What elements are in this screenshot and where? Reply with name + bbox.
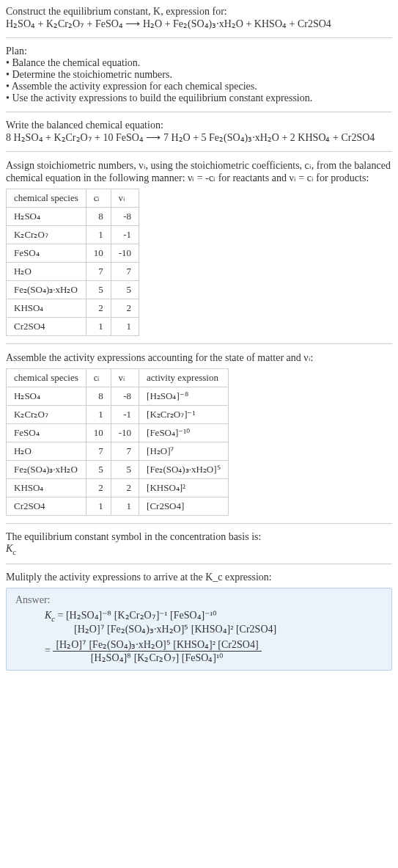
multiply: Mulitply the activity expressions to arr… (6, 572, 392, 671)
answer-expression: Kc = [H₂SO₄]⁻⁸ [K₂Cr₂O₇]⁻¹ [FeSO₄]⁻¹⁰ [H… (15, 609, 383, 664)
table-header-row: chemical species cᵢ νᵢ (7, 189, 139, 208)
table-row: Cr2SO411 (7, 318, 139, 336)
stoich-table: chemical species cᵢ νᵢ H₂SO₄8-8 K₂Cr₂O₇1… (6, 189, 139, 336)
stoich: Assign stoichiometric numbers, νᵢ, using… (6, 159, 392, 336)
stoich-heading: Assign stoichiometric numbers, νᵢ, using… (6, 159, 392, 184)
intro-equation: H₂SO₄ + K₂Cr₂O₇ + FeSO₄ ⟶ H₂O + Fe₂(SO₄)… (6, 18, 392, 30)
col-c: cᵢ (86, 369, 111, 387)
multiply-heading: Mulitply the activity expressions to arr… (6, 572, 392, 583)
table-row: Fe₂(SO₄)₃·xH₂O55[Fe₂(SO₄)₃·xH₂O]⁵ (7, 461, 229, 479)
plan-item: • Assemble the activity expression for e… (6, 81, 392, 92)
table-row: H₂SO₄8-8 (7, 208, 139, 226)
balanced: Write the balanced chemical equation: 8 … (6, 120, 392, 144)
kc-symbol-text: Kc (6, 543, 16, 554)
divider (6, 37, 392, 38)
divider (6, 151, 392, 152)
answer-box: Answer: Kc = [H₂SO₄]⁻⁸ [K₂Cr₂O₇]⁻¹ [FeSO… (6, 588, 392, 671)
divider (6, 112, 392, 112)
fraction: [H₂O]⁷ [Fe₂(SO₄)₃·xH₂O]⁵ [KHSO₄]² [Cr2SO… (53, 638, 261, 664)
table-row: KHSO₄22 (7, 299, 139, 318)
col-species: chemical species (7, 369, 86, 387)
balanced-heading: Write the balanced chemical equation: (6, 120, 392, 131)
table-row: K₂Cr₂O₇1-1 (7, 226, 139, 244)
activity-heading: Assemble the activity expressions accoun… (6, 351, 392, 364)
table-row: KHSO₄22[KHSO₄]² (7, 479, 229, 497)
plan-item: • Use the activity expressions to build … (6, 92, 392, 104)
table-row: Fe₂(SO₄)₃·xH₂O55 (7, 281, 139, 299)
table-row: FeSO₄10-10 (7, 244, 139, 263)
divider (6, 343, 392, 344)
activity-table: chemical species cᵢ νᵢ activity expressi… (6, 368, 229, 516)
answer-label: Answer: (15, 594, 383, 606)
col-v: νᵢ (111, 369, 139, 387)
table-row: Cr2SO411[Cr2SO4] (7, 497, 229, 516)
col-v: νᵢ (111, 189, 139, 208)
table-header-row: chemical species cᵢ νᵢ activity expressi… (7, 369, 229, 387)
table-row: H₂SO₄8-8[H₂SO₄]⁻⁸ (7, 387, 229, 406)
plan: Plan: • Balance the chemical equation. •… (6, 45, 392, 104)
plan-item: • Determine the stoichiometric numbers. (6, 69, 392, 81)
kc-symbol: The equilibrium constant symbol in the c… (6, 531, 392, 556)
plan-item: • Balance the chemical equation. (6, 57, 392, 69)
col-c: cᵢ (86, 189, 111, 208)
intro: Construct the equilibrium constant, K, e… (6, 6, 392, 30)
divider (6, 523, 392, 524)
table-row: K₂Cr₂O₇1-1[K₂Cr₂O₇]⁻¹ (7, 406, 229, 424)
plan-heading: Plan: (6, 45, 392, 57)
col-expr: activity expression (139, 369, 228, 387)
divider (6, 564, 392, 564)
activity: Assemble the activity expressions accoun… (6, 351, 392, 516)
balanced-equation: 8 H₂SO₄ + K₂Cr₂O₇ + 10 FeSO₄ ⟶ 7 H₂O + 5… (6, 131, 392, 144)
kc-heading: The equilibrium constant symbol in the c… (6, 531, 392, 543)
intro-line1: Construct the equilibrium constant, K, e… (6, 6, 392, 18)
col-species: chemical species (7, 189, 86, 208)
table-row: H₂O77 (7, 263, 139, 281)
table-row: H₂O77[H₂O]⁷ (7, 442, 229, 461)
table-row: FeSO₄10-10[FeSO₄]⁻¹⁰ (7, 424, 229, 442)
